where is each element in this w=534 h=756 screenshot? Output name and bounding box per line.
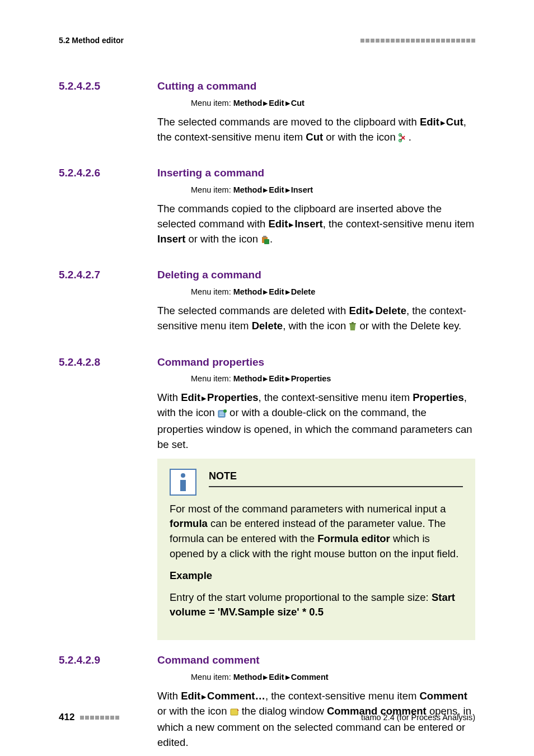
- menu-path: Menu item: Method▶Edit▶Insert: [157, 184, 475, 196]
- section-heading: Deleting a command: [157, 267, 475, 283]
- note-callout: NOTE For most of the command parameters …: [157, 459, 475, 640]
- running-header-left: 5.2 Method editor: [59, 35, 124, 46]
- section-number: 5.2.4.2.6: [59, 165, 157, 255]
- section-number: 5.2.4.2.8: [59, 354, 157, 641]
- menu-path: Menu item: Method▶Edit▶Delete: [157, 286, 475, 298]
- paste-icon: [261, 234, 270, 249]
- note-body: For most of the command parameters with …: [170, 502, 463, 562]
- page-number: 412: [59, 711, 74, 725]
- svg-rect-4: [264, 239, 269, 244]
- menu-path: Menu item: Method▶Edit▶Cut: [157, 97, 475, 109]
- section-heading: Inserting a command: [157, 165, 475, 181]
- trash-icon: [349, 320, 357, 335]
- properties-icon: [218, 407, 227, 422]
- example-body: Entry of the start volume proportional t…: [170, 590, 463, 620]
- section-number: 5.2.4.2.9: [59, 652, 157, 756]
- section-number: 5.2.4.2.7: [59, 267, 157, 342]
- svg-rect-3: [263, 236, 266, 237]
- footer-right: tiamo 2.4 (for Process Analysis): [361, 712, 475, 724]
- header-ornament: [359, 39, 475, 43]
- menu-path: Menu item: Method▶Edit▶Properties: [157, 373, 475, 385]
- svg-rect-6: [352, 322, 354, 323]
- section-number: 5.2.4.2.5: [59, 78, 157, 153]
- body-text: With Edit▶Properties, the context-sensit…: [157, 390, 475, 452]
- body-text: The selected commands are deleted with E…: [157, 304, 475, 335]
- body-text: The commands copied to the clipboard are…: [157, 202, 475, 248]
- menu-path: Menu item: Method▶Edit▶Comment: [157, 671, 475, 683]
- example-label: Example: [170, 568, 463, 584]
- info-icon: [170, 469, 196, 496]
- footer-ornament: [79, 716, 119, 720]
- svg-rect-5: [349, 323, 356, 324]
- section-heading: Cutting a command: [157, 78, 475, 94]
- body-text: The selected commands are moved to the c…: [157, 115, 475, 147]
- section-heading: Command comment: [157, 652, 475, 668]
- section-heading: Command properties: [157, 354, 475, 370]
- scissors-icon: [399, 132, 409, 147]
- note-title: NOTE: [209, 469, 463, 487]
